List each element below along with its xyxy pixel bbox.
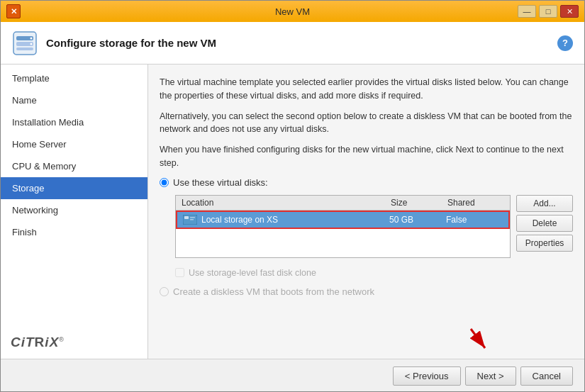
dialog-header: Configure storage for the new VM ?	[1, 22, 584, 65]
svg-rect-9	[190, 219, 194, 220]
main-layout: Template Name Installation Media Home Se…	[1, 65, 584, 359]
table-row[interactable]: Local storage on XS 50 GB False	[176, 211, 510, 229]
cancel-button[interactable]: Cancel	[520, 366, 573, 386]
window-title: New VM	[275, 6, 310, 17]
window-close-btn[interactable]: ✕	[6, 4, 21, 18]
sidebar-item-installation-media[interactable]: Installation Media	[1, 111, 147, 133]
sidebar-item-storage[interactable]: Storage	[1, 177, 147, 199]
sidebar-item-cpu-memory[interactable]: CPU & Memory	[1, 155, 147, 177]
citrix-logo: CiTRiX®	[11, 335, 65, 349]
disk-icon	[183, 215, 197, 225]
disk-location-cell: Local storage on XS	[183, 215, 389, 225]
sidebar-item-networking[interactable]: Networking	[1, 199, 147, 221]
fast-disk-clone-label[interactable]: Use storage-level fast disk clone	[175, 268, 573, 278]
table-spacer	[176, 229, 510, 257]
use-virtual-disks-radio[interactable]	[160, 178, 169, 187]
add-button[interactable]: Add...	[516, 195, 573, 212]
description-2: Alternatively, you can select the second…	[160, 110, 573, 137]
storage-header-icon	[12, 30, 38, 56]
sidebar-item-home-server[interactable]: Home Server	[1, 133, 147, 155]
svg-rect-3	[16, 47, 33, 50]
previous-button[interactable]: < Previous	[393, 366, 461, 386]
disk-table-section: Location Size Shared	[160, 195, 573, 264]
dialog-title: Configure storage for the new VM	[46, 37, 216, 49]
title-bar: ✕ New VM — □ ✕	[1, 1, 584, 22]
svg-rect-7	[184, 216, 189, 219]
dialog-footer: < Previous Next > Cancel	[1, 359, 584, 392]
disk-table: Location Size Shared	[175, 195, 511, 258]
diskless-vm-radio[interactable]	[160, 287, 169, 296]
window-minimize-btn[interactable]: —	[518, 5, 536, 18]
content-area: The virtual machine template you selecte…	[148, 65, 584, 359]
description-3: When you have finished configuring disks…	[160, 143, 573, 170]
disk-action-buttons: Add... Delete Properties	[516, 195, 573, 252]
window-maximize-btn[interactable]: □	[539, 5, 557, 18]
sidebar-item-template[interactable]: Template	[1, 67, 147, 89]
disk-shared-cell: False	[446, 215, 503, 225]
svg-point-4	[30, 37, 33, 39]
sidebar-item-name[interactable]: Name	[1, 89, 147, 111]
properties-button[interactable]: Properties	[516, 235, 573, 252]
fast-disk-clone-checkbox[interactable]	[175, 268, 184, 277]
use-virtual-disks-radio-label[interactable]: Use these virtual disks:	[160, 177, 573, 188]
window-x-btn[interactable]: ✕	[560, 5, 579, 18]
svg-point-5	[30, 43, 33, 45]
disk-size-cell: 50 GB	[389, 215, 446, 225]
delete-button[interactable]: Delete	[516, 215, 573, 232]
sidebar: Template Name Installation Media Home Se…	[1, 65, 148, 359]
diskless-vm-radio-label[interactable]: Create a diskless VM that boots from the…	[160, 286, 573, 297]
help-button[interactable]: ?	[557, 35, 573, 51]
sidebar-item-finish[interactable]: Finish	[1, 221, 147, 243]
next-button[interactable]: Next >	[465, 366, 516, 386]
disk-table-header: Location Size Shared	[176, 196, 510, 211]
svg-rect-8	[190, 217, 195, 218]
description-1: The virtual machine template you selecte…	[160, 76, 573, 103]
disk-table-wrapper: Location Size Shared	[160, 195, 511, 264]
